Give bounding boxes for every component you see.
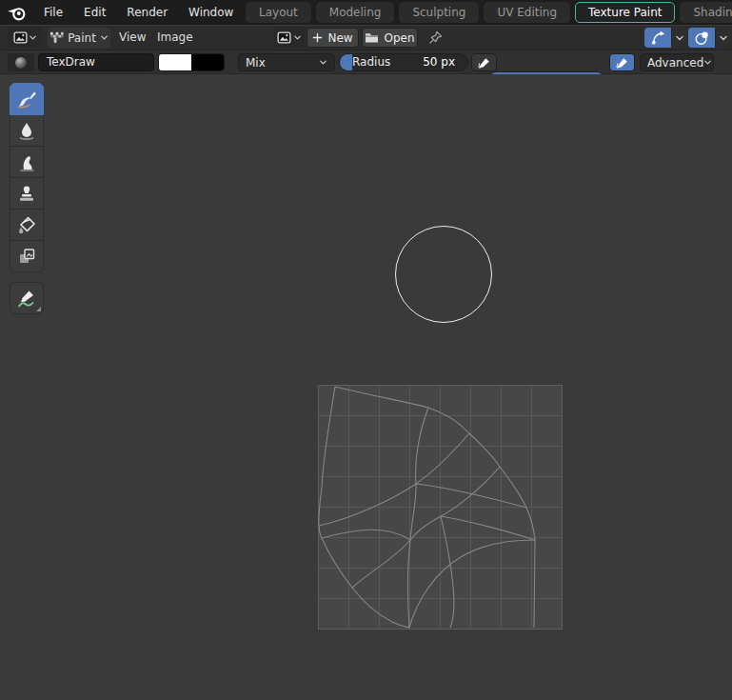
menu-window[interactable]: Window [178,0,244,25]
chevron-down-icon [293,33,302,42]
chevron-down-icon [719,33,728,43]
overlays-toggle[interactable] [688,28,715,48]
tool-draw-button[interactable] [10,83,44,115]
chevron-down-icon [675,33,684,43]
menu-file[interactable]: File [33,0,73,25]
chevron-down-icon [100,33,109,42]
pin-icon [428,30,443,45]
image-datablock-selector[interactable] [274,28,305,48]
overlays-toggle-group [688,28,731,48]
tool-mask-button[interactable] [10,240,44,272]
background-color-swatch[interactable] [191,54,224,70]
menu-render[interactable]: Render [116,0,178,25]
overlays-dropdown[interactable] [715,28,731,48]
radius-label: Radius [352,54,390,70]
tool-settings-bar: TexDraw Mix Radius 50 px Strength 1.000 … [0,50,732,74]
gizmos-dropdown[interactable] [671,28,687,48]
menu-edit[interactable]: Edit [73,0,116,25]
tool-clone-button[interactable] [10,177,44,210]
draw-brush-icon [16,89,37,110]
pressure-icon [616,56,629,70]
open-image-button[interactable]: Open [362,28,418,48]
image-editor-icon [13,30,28,45]
mode-label: Paint [68,31,96,45]
subtool-corner-indicator [36,307,41,311]
workspace-tabs: Layout Modeling Sculpting UV Editing Tex… [246,0,732,25]
texture-image-with-uv-grid [318,385,563,630]
brush-preview-button[interactable] [8,53,34,71]
soften-drop-icon [16,120,37,141]
fill-bucket-icon [16,214,37,235]
tab-uv-editing[interactable]: UV Editing [484,2,570,23]
tab-modeling[interactable]: Modeling [316,2,395,23]
tool-column [10,83,44,314]
chevron-down-icon [319,58,327,67]
plus-icon [312,32,323,43]
new-button-label: New [327,31,352,45]
advanced-label: Advanced [647,56,703,70]
radius-slider[interactable]: Radius 50 px [339,53,468,71]
open-button-label: Open [384,31,414,45]
chevron-down-icon [703,58,712,67]
tool-soften-button[interactable] [10,114,44,147]
blender-logo-icon[interactable] [7,4,28,21]
tab-shading[interactable]: Shading [680,2,732,23]
gizmos-icon [650,30,666,46]
radius-slider-fill [340,54,352,70]
tab-sculpting[interactable]: Sculpting [399,2,479,23]
pin-toggle[interactable] [425,28,445,48]
tool-annotate-button[interactable] [10,282,44,314]
radius-value: 50 px [423,54,455,70]
mask-icon [16,246,37,267]
advanced-dropdown[interactable]: Advanced [640,53,714,71]
clone-stamp-icon [16,183,37,204]
image-editor-header: Paint View Image New Open [0,26,732,50]
radius-pressure-toggle[interactable] [471,53,497,71]
browse-image-icon [277,30,291,45]
strength-pressure-toggle[interactable] [609,53,635,71]
editor-type-selector[interactable] [8,28,42,48]
top-menu-bar: File Edit Render Window Help Layout Mode… [0,0,732,25]
menu-image[interactable]: Image [148,28,202,48]
tool-smear-button[interactable] [10,146,44,178]
folder-icon [365,31,379,44]
image-editor-canvas[interactable] [0,74,732,700]
brush-preview-icon [15,57,27,69]
chevron-down-icon [29,33,37,42]
overlays-icon [694,30,710,46]
annotate-pencil-icon [16,288,37,309]
new-image-button[interactable]: New [307,28,359,48]
tab-layout[interactable]: Layout [246,2,311,23]
pressure-icon [478,56,491,70]
tab-texture-paint[interactable]: Texture Paint [575,2,675,23]
gizmos-toggle-group [644,28,687,48]
brush-name-field[interactable]: TexDraw [38,53,154,71]
brush-cursor-circle [395,226,492,323]
smear-finger-icon [16,151,37,172]
blend-mode-dropdown[interactable]: Mix [238,53,335,71]
gizmos-toggle[interactable] [644,28,671,48]
tool-fill-button[interactable] [10,209,44,241]
blend-mode-value: Mix [246,56,266,70]
texture-paint-mode-icon [49,30,64,45]
foreground-color-swatch[interactable] [159,54,191,70]
mode-dropdown[interactable]: Paint [48,28,110,48]
color-swatches [158,53,225,71]
